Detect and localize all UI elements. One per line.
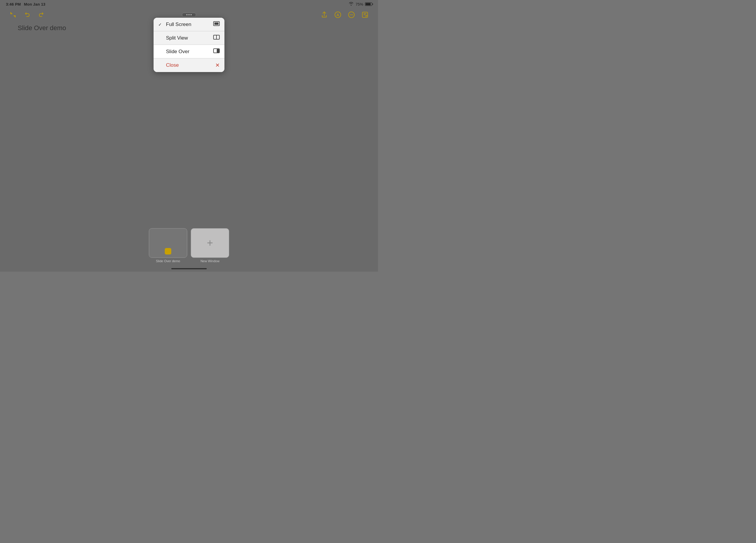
full-screen-label: Full Screen xyxy=(166,22,191,27)
close-label: Close xyxy=(166,62,179,68)
window-thumb-inner xyxy=(149,229,187,257)
dropdown-menu: ✓ Full Screen ✓ Split View ✓ Slide Over xyxy=(154,18,224,72)
toolbar-left xyxy=(9,11,45,19)
menu-item-full-screen[interactable]: ✓ Full Screen xyxy=(154,18,224,31)
window-item-new[interactable]: + New Window xyxy=(191,228,229,263)
svg-rect-14 xyxy=(214,22,219,25)
window-switcher: Slide Over demo + New Window xyxy=(149,228,229,263)
window-thumb-label-2: New Window xyxy=(201,259,219,263)
window-thumb-label-1: Slide Over demo xyxy=(156,259,180,263)
redo-button[interactable] xyxy=(37,11,45,19)
window-item-slide-over[interactable]: Slide Over demo xyxy=(149,228,187,263)
window-thumb-add[interactable]: + xyxy=(191,228,229,258)
compress-button[interactable] xyxy=(9,11,17,19)
menu-item-close[interactable]: ✓ Close ✕ xyxy=(154,58,224,72)
dot1 xyxy=(186,14,188,15)
slide-over-icon xyxy=(213,48,220,55)
svg-point-10 xyxy=(351,14,352,15)
svg-point-11 xyxy=(352,14,353,15)
status-bar: 3:46 PM Mon Jan 13 75% xyxy=(0,0,378,8)
menu-item-left-split-view: ✓ Split View xyxy=(158,35,188,41)
wifi-icon xyxy=(348,2,354,6)
window-thumb-slide-over[interactable] xyxy=(149,228,187,258)
svg-point-9 xyxy=(350,14,351,15)
dot2 xyxy=(188,14,190,15)
share-button[interactable] xyxy=(320,11,328,19)
status-right: 75% xyxy=(348,2,372,6)
undo-button[interactable] xyxy=(23,11,31,19)
menu-item-slide-over[interactable]: ✓ Slide Over xyxy=(154,45,224,58)
svg-text:A: A xyxy=(336,13,339,17)
battery-fill xyxy=(366,3,371,5)
battery-percent: 75% xyxy=(356,2,363,6)
status-time-date: 3:46 PM Mon Jan 13 xyxy=(6,1,45,7)
note-icon-thumb xyxy=(165,248,171,255)
dot3 xyxy=(190,14,192,15)
time: 3:46 PM xyxy=(6,2,21,6)
toolbar-center xyxy=(182,13,196,17)
plus-icon: + xyxy=(207,237,213,249)
three-dots-button[interactable] xyxy=(182,13,196,17)
close-x-icon: ✕ xyxy=(215,62,220,69)
menu-item-left-full-screen: ✓ Full Screen xyxy=(158,22,191,27)
markup-button[interactable]: A xyxy=(334,11,342,19)
fullscreen-icon xyxy=(213,21,220,27)
slide-over-label: Slide Over xyxy=(166,49,189,55)
menu-item-split-view[interactable]: ✓ Split View xyxy=(154,31,224,45)
check-icon: ✓ xyxy=(158,22,163,27)
more-button[interactable] xyxy=(347,11,356,19)
no-check-close: ✓ xyxy=(158,63,163,68)
menu-item-left-close: ✓ Close xyxy=(158,62,179,68)
toolbar-right: A xyxy=(320,11,369,19)
date: Mon Jan 13 xyxy=(24,2,45,6)
svg-rect-18 xyxy=(217,49,219,53)
no-check-slide: ✓ xyxy=(158,49,163,54)
split-view-label: Split View xyxy=(166,35,188,41)
compose-button[interactable] xyxy=(361,11,369,19)
battery-icon xyxy=(365,2,372,6)
menu-item-left-slide-over: ✓ Slide Over xyxy=(158,49,189,55)
split-view-icon xyxy=(213,35,220,41)
no-check-split: ✓ xyxy=(158,36,163,40)
